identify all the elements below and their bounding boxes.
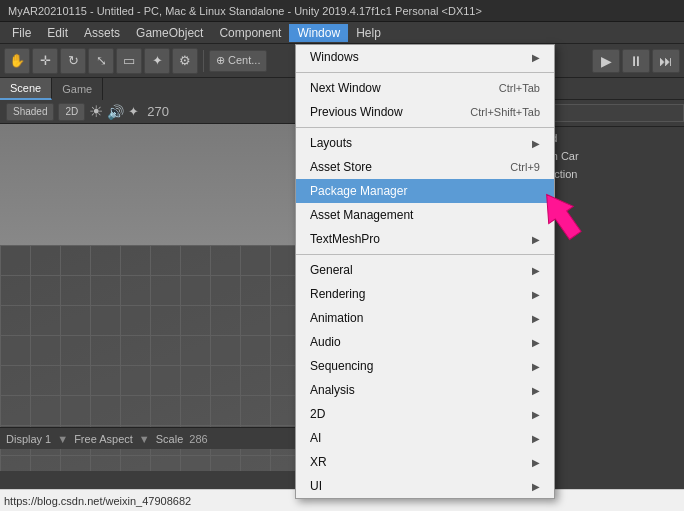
analysis-arrow-icon: ▶ — [532, 385, 540, 396]
display-separator: ▼ — [57, 433, 68, 445]
2d-toggle[interactable]: 2D — [58, 103, 85, 121]
2d-arrow-icon: ▶ — [532, 409, 540, 420]
toolbar-separator-1 — [203, 50, 204, 72]
asset-store-label: Asset Store — [310, 160, 372, 174]
menu-help[interactable]: Help — [348, 24, 389, 42]
xr-label: XR — [310, 455, 327, 469]
play-button[interactable]: ▶ — [592, 49, 620, 73]
tool-transform[interactable]: ✦ — [144, 48, 170, 74]
menu-component[interactable]: Component — [211, 24, 289, 42]
layouts-label: Layouts — [310, 136, 352, 150]
analysis-label: Analysis — [310, 383, 355, 397]
menu-item-asset-management[interactable]: Asset Management — [296, 203, 554, 227]
title-bar: MyAR20210115 - Untitled - PC, Mac & Linu… — [0, 0, 684, 22]
xr-arrow-icon: ▶ — [532, 457, 540, 468]
menu-item-asset-store[interactable]: Asset Store Ctrl+9 — [296, 155, 554, 179]
menu-bar: File Edit Assets GameObject Component Wi… — [0, 22, 684, 44]
tool-move[interactable]: ✛ — [32, 48, 58, 74]
animation-label: Animation — [310, 311, 363, 325]
layouts-arrow-icon: ▶ — [532, 138, 540, 149]
general-label: General — [310, 263, 353, 277]
menu-separator-2 — [296, 127, 554, 128]
rendering-label: Rendering — [310, 287, 365, 301]
menu-separator-3 — [296, 254, 554, 255]
rendering-arrow-icon: ▶ — [532, 289, 540, 300]
asset-store-shortcut: Ctrl+9 — [510, 161, 540, 173]
prev-window-label: Previous Window — [310, 105, 403, 119]
tool-rotate[interactable]: ↻ — [60, 48, 86, 74]
menu-item-prev-window[interactable]: Previous Window Ctrl+Shift+Tab — [296, 100, 554, 124]
menu-item-sequencing[interactable]: Sequencing ▶ — [296, 354, 554, 378]
free-aspect-label: Free Aspect — [74, 433, 133, 445]
tool-custom[interactable]: ⚙ — [172, 48, 198, 74]
menu-item-audio[interactable]: Audio ▶ — [296, 330, 554, 354]
audio-toggle[interactable]: 🔊 — [107, 104, 124, 120]
menu-separator-1 — [296, 72, 554, 73]
menu-item-next-window[interactable]: Next Window Ctrl+Tab — [296, 76, 554, 100]
sequencing-label: Sequencing — [310, 359, 373, 373]
menu-item-ai[interactable]: AI ▶ — [296, 426, 554, 450]
menu-item-xr[interactable]: XR ▶ — [296, 450, 554, 474]
package-manager-label: Package Manager — [310, 184, 407, 198]
menu-item-animation[interactable]: Animation ▶ — [296, 306, 554, 330]
menu-item-rendering[interactable]: Rendering ▶ — [296, 282, 554, 306]
step-button[interactable]: ⏭ — [652, 49, 680, 73]
menu-item-textmeshpro[interactable]: TextMeshPro ▶ — [296, 227, 554, 251]
tab-scene[interactable]: Scene — [0, 78, 52, 100]
windows-arrow-icon: ▶ — [532, 52, 540, 63]
menu-item-package-manager[interactable]: Package Manager — [296, 179, 554, 203]
ai-arrow-icon: ▶ — [532, 433, 540, 444]
shading-dropdown[interactable]: Shaded — [6, 103, 54, 121]
title-text: MyAR20210115 - Untitled - PC, Mac & Linu… — [8, 5, 482, 17]
menu-item-layouts[interactable]: Layouts ▶ — [296, 131, 554, 155]
pause-button[interactable]: ⏸ — [622, 49, 650, 73]
lighting-toggle[interactable]: ☀ — [89, 102, 103, 121]
textmeshpro-arrow-icon: ▶ — [532, 234, 540, 245]
menu-item-general[interactable]: General ▶ — [296, 258, 554, 282]
animation-arrow-icon: ▶ — [532, 313, 540, 324]
next-window-label: Next Window — [310, 81, 381, 95]
menu-item-windows-label: Windows — [310, 50, 359, 64]
next-window-shortcut: Ctrl+Tab — [499, 82, 540, 94]
menu-gameobject[interactable]: GameObject — [128, 24, 211, 42]
window-dropdown-menu: Windows ▶ Next Window Ctrl+Tab Previous … — [295, 44, 555, 499]
audio-label: Audio — [310, 335, 341, 349]
scale-value: 286 — [189, 433, 207, 445]
asset-management-label: Asset Management — [310, 208, 413, 222]
ui-label: UI — [310, 479, 322, 493]
display-label: Display 1 — [6, 433, 51, 445]
menu-assets[interactable]: Assets — [76, 24, 128, 42]
tool-rect[interactable]: ▭ — [116, 48, 142, 74]
menu-window[interactable]: Window — [289, 24, 348, 42]
sequencing-arrow-icon: ▶ — [532, 361, 540, 372]
ui-arrow-icon: ▶ — [532, 481, 540, 492]
ai-label: AI — [310, 431, 321, 445]
menu-item-analysis[interactable]: Analysis ▶ — [296, 378, 554, 402]
general-arrow-icon: ▶ — [532, 265, 540, 276]
menu-file[interactable]: File — [4, 24, 39, 42]
menu-edit[interactable]: Edit — [39, 24, 76, 42]
textmeshpro-label: TextMeshPro — [310, 232, 380, 246]
url-text: https://blog.csdn.net/weixin_47908682 — [4, 495, 191, 507]
tool-hand[interactable]: ✋ — [4, 48, 30, 74]
audio-arrow-icon: ▶ — [532, 337, 540, 348]
gizmos-toggle[interactable]: 270 — [147, 104, 169, 119]
menu-item-windows[interactable]: Windows ▶ — [296, 45, 554, 69]
menu-item-2d[interactable]: 2D ▶ — [296, 402, 554, 426]
menu-item-ui[interactable]: UI ▶ — [296, 474, 554, 498]
fx-toggle[interactable]: ✦ — [128, 104, 139, 119]
prev-window-shortcut: Ctrl+Shift+Tab — [470, 106, 540, 118]
tool-scale[interactable]: ⤡ — [88, 48, 114, 74]
2d-label: 2D — [310, 407, 325, 421]
aspect-separator: ▼ — [139, 433, 150, 445]
scale-label: Scale — [156, 433, 184, 445]
pivot-center[interactable]: ⊕ Cent... — [209, 50, 267, 72]
tab-game[interactable]: Game — [52, 78, 103, 100]
